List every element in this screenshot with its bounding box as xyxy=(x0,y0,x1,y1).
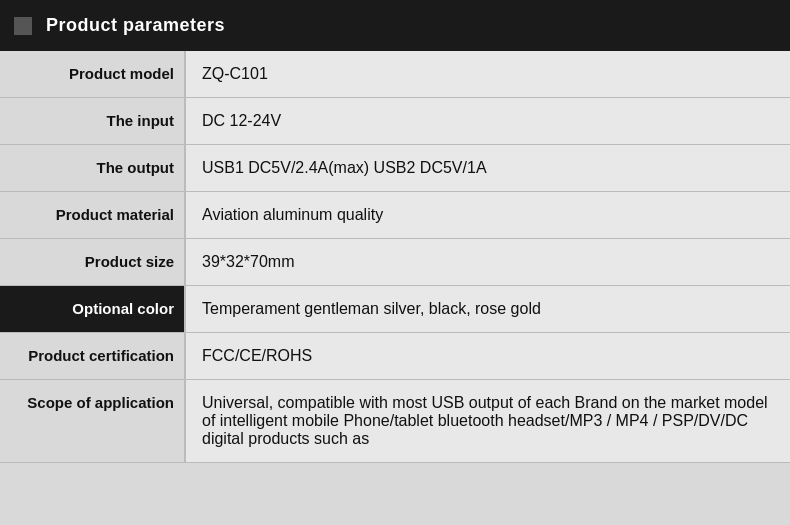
row-value-6: FCC/CE/ROHS xyxy=(185,333,790,380)
row-label-1: The input xyxy=(0,98,185,145)
header-title: Product parameters xyxy=(46,15,225,36)
row-value-3: Aviation aluminum quality xyxy=(185,192,790,239)
row-label-5: Optional color xyxy=(0,286,185,333)
header: Product parameters xyxy=(0,0,790,51)
table-row: The outputUSB1 DC5V/2.4A(max) USB2 DC5V/… xyxy=(0,145,790,192)
row-value-0: ZQ-C101 xyxy=(185,51,790,98)
row-label-6: Product certification xyxy=(0,333,185,380)
table-row: Product materialAviation aluminum qualit… xyxy=(0,192,790,239)
row-label-2: The output xyxy=(0,145,185,192)
row-label-7: Scope of application xyxy=(0,380,185,463)
row-value-2: USB1 DC5V/2.4A(max) USB2 DC5V/1A xyxy=(185,145,790,192)
product-parameters-table: Product modelZQ-C101The inputDC 12-24VTh… xyxy=(0,51,790,463)
row-value-1: DC 12-24V xyxy=(185,98,790,145)
row-value-7: Universal, compatible with most USB outp… xyxy=(185,380,790,463)
header-square-icon xyxy=(14,17,32,35)
table-row: Optional colorTemperament gentleman silv… xyxy=(0,286,790,333)
row-label-3: Product material xyxy=(0,192,185,239)
table-row: The inputDC 12-24V xyxy=(0,98,790,145)
row-value-4: 39*32*70mm xyxy=(185,239,790,286)
row-label-0: Product model xyxy=(0,51,185,98)
row-label-4: Product size xyxy=(0,239,185,286)
table-row: Product certificationFCC/CE/ROHS xyxy=(0,333,790,380)
table-row: Scope of applicationUniversal, compatibl… xyxy=(0,380,790,463)
row-value-5: Temperament gentleman silver, black, ros… xyxy=(185,286,790,333)
table-row: Product modelZQ-C101 xyxy=(0,51,790,98)
table-row: Product size39*32*70mm xyxy=(0,239,790,286)
